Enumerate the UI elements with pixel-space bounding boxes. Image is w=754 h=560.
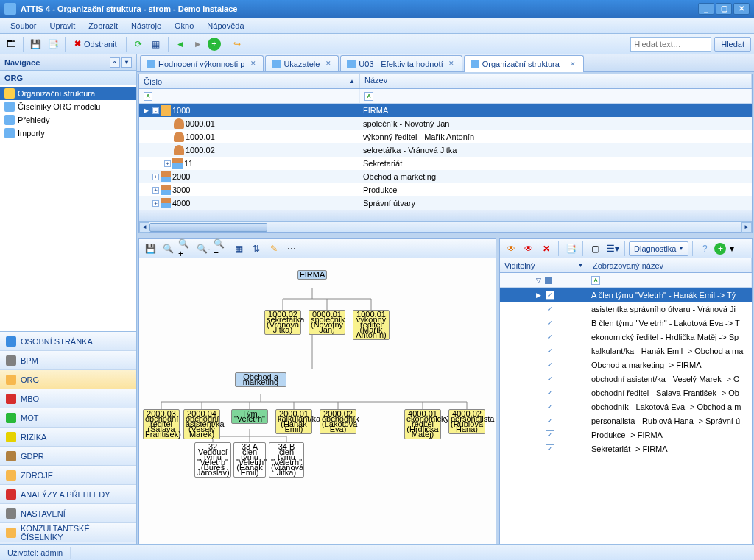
nav-collapse-button[interactable]: «: [110, 57, 120, 68]
maximize-button[interactable]: ▢: [716, 3, 732, 15]
nav-back-button[interactable]: ◄: [172, 36, 188, 52]
tab[interactable]: Hodnocení výkonnosti p✕: [140, 55, 264, 71]
grid-row[interactable]: +3000Produkce: [139, 183, 752, 196]
add-button[interactable]: +: [208, 38, 221, 51]
scroll-right-icon[interactable]: ►: [741, 222, 752, 233]
visible-checkbox[interactable]: ✓: [546, 347, 554, 355]
visible-checkbox[interactable]: ✓: [546, 319, 554, 327]
org-node[interactable]: 4000.02 personalista (Rublová Hana): [448, 409, 485, 434]
zoom-fit-icon[interactable]: 🔍: [160, 241, 176, 257]
delete-button[interactable]: ✖Odstranit: [69, 36, 122, 52]
column-header-name[interactable]: Název: [360, 74, 752, 88]
grid-row[interactable]: +2000Obchod a marketing: [139, 170, 752, 183]
props-row[interactable]: ✓personalista - Rublová Hana -> Správní …: [500, 414, 752, 428]
org-node[interactable]: 4000.01 ekonomický ředitel (Hrdlička Mat…: [404, 409, 441, 439]
zoom-out-icon[interactable]: 🔍-: [195, 241, 211, 257]
grid-hscroll[interactable]: ◄ ►: [139, 221, 752, 232]
delete-icon[interactable]: ✕: [538, 241, 554, 257]
org-node[interactable]: 0000.01 společník (Novotný Jan): [309, 310, 345, 335]
refresh-button[interactable]: ⟳: [130, 36, 147, 52]
grid-button[interactable]: ▦: [148, 36, 164, 52]
filter-icon[interactable]: A: [591, 276, 600, 285]
org-node[interactable]: 32 Vedoucí týmu "Veletrh" (Bureš Jarosla…: [194, 442, 231, 478]
expand-icon[interactable]: +: [152, 200, 159, 207]
nav-item[interactable]: Číselníky ORG modelu: [0, 100, 136, 113]
visible-checkbox[interactable]: ✓: [546, 305, 554, 313]
props-row[interactable]: ✓asistentka správního útvaru - Vránová J…: [500, 302, 752, 316]
visible-checkbox[interactable]: ✓: [546, 361, 554, 369]
tab[interactable]: U03 - Efektivita hodnotí✕: [340, 55, 462, 71]
org-node[interactable]: Obchod a marketing: [235, 372, 286, 387]
help-icon[interactable]: ?: [697, 241, 713, 257]
zoom-in-icon[interactable]: 🔍+: [177, 241, 194, 257]
filter-icon[interactable]: A: [144, 92, 152, 101]
tab[interactable]: Ukazatele✕: [265, 55, 339, 71]
tab-close-icon[interactable]: ✕: [569, 60, 577, 68]
filter-checkbox-icon[interactable]: [545, 277, 552, 284]
edit-icon[interactable]: ✎: [266, 241, 282, 257]
diagram-canvas[interactable]: FIRMA 1000.02 sekretářka (Vránová Jitka)…: [139, 258, 496, 546]
chevron-down-icon[interactable]: ▾: [727, 241, 736, 257]
accordion-item[interactable]: ZDROJE: [0, 466, 136, 485]
props-row[interactable]: ✓Produkce -> FIRMA: [500, 428, 752, 442]
expand-icon[interactable]: +: [152, 174, 159, 180]
eye-icon[interactable]: 👁: [503, 241, 519, 257]
add-icon[interactable]: +: [714, 243, 726, 255]
props-row[interactable]: ✓Sekretariát -> FIRMA: [500, 442, 752, 456]
tab[interactable]: Organizační struktura -✕: [464, 55, 584, 72]
new-button[interactable]: 🗔: [3, 36, 19, 52]
expand-icon[interactable]: +: [164, 160, 171, 167]
visible-checkbox[interactable]: ✓: [546, 444, 554, 453]
grid-row[interactable]: ▶-1000FIRMA: [139, 104, 752, 117]
diagram-save-icon[interactable]: 💾: [142, 241, 158, 257]
nav-fwd-button[interactable]: ►: [190, 36, 206, 52]
accordion-item[interactable]: KONZULTANTSKÉ ČÍSELNÍKY: [0, 523, 136, 542]
nav-menu-button[interactable]: ▾: [121, 57, 132, 68]
accordion-item[interactable]: ORG: [0, 370, 136, 389]
nav-item[interactable]: Importy: [0, 127, 136, 140]
layout-icon[interactable]: ▢: [587, 241, 603, 257]
grid-row[interactable]: 1000.02sekretářka - Vránová Jitka: [139, 143, 752, 157]
props-row[interactable]: ✓kalkulant/ka - Hanák Emil -> Obchod a m…: [500, 344, 752, 358]
org-node[interactable]: 2000.03 obchodní ředitel (Salava Františ…: [143, 409, 180, 439]
props-row[interactable]: ✓obchodní asistent/ka - Veselý Marek -> …: [500, 372, 752, 386]
tab-close-icon[interactable]: ✕: [324, 60, 332, 68]
menu-item[interactable]: Zobrazit: [82, 20, 124, 32]
accordion-item[interactable]: RIZIKA: [0, 428, 136, 447]
org-node[interactable]: 34 B člen týmu "Veletrh" (Vránová Jitka): [269, 442, 304, 478]
org-node[interactable]: Tým "Veletrh": [231, 409, 268, 424]
tab-close-icon[interactable]: ✕: [448, 60, 456, 68]
grid-row[interactable]: +11Sekretariát: [139, 157, 752, 170]
org-node[interactable]: 1000.01 výkonný ředitel (Mařík Antonín): [353, 310, 390, 340]
expand-icon[interactable]: +: [152, 187, 159, 194]
grid-row[interactable]: +4000Správní útvary: [139, 196, 752, 210]
props-row[interactable]: ✓B člen týmu "Veletrh" - Lakotová Eva ->…: [500, 316, 752, 330]
copy-button[interactable]: 📑: [45, 36, 61, 52]
visible-checkbox[interactable]: ✓: [546, 403, 554, 411]
org-node[interactable]: 33 A člen týmu "Veletrh" (Hanák Emil): [233, 442, 266, 478]
org-node[interactable]: 2000.02 obchodník (Lakotová Eva): [320, 409, 356, 434]
props-row[interactable]: ✓Obchod a marketing -> FIRMA: [500, 358, 752, 372]
visible-checkbox[interactable]: ✓: [546, 417, 554, 425]
visible-checkbox[interactable]: ✓: [546, 389, 554, 397]
props-row[interactable]: ▶✓A člen týmu "Veletrh" - Hanák Emil -> …: [500, 288, 752, 302]
accordion-item[interactable]: MOT: [0, 408, 136, 428]
nav-item[interactable]: Organizační struktura: [0, 87, 136, 100]
org-node[interactable]: FIRMA: [297, 270, 327, 280]
nav-item[interactable]: Přehledy: [0, 113, 136, 127]
menu-item[interactable]: Okno: [169, 20, 200, 32]
menu-item[interactable]: Nápověda: [201, 20, 250, 32]
props-row[interactable]: ✓obchodní ředitel - Salava František -> …: [500, 386, 752, 400]
grid-row[interactable]: 0000.01společník - Novotný Jan: [139, 117, 752, 130]
visible-checkbox[interactable]: ✓: [546, 375, 554, 383]
column-header-displayname[interactable]: Zobrazovaný název: [588, 258, 752, 272]
filter-icon[interactable]: A: [364, 92, 373, 101]
accordion-item[interactable]: GDPR: [0, 447, 136, 466]
menu-item[interactable]: Nástroje: [125, 20, 167, 32]
visible-checkbox[interactable]: ✓: [546, 333, 554, 341]
column-header-code[interactable]: Číslo ▲: [139, 74, 360, 88]
scroll-left-icon[interactable]: ◄: [139, 222, 149, 233]
props-row[interactable]: ✓ekonomický ředitel - Hrdlička Matěj -> …: [500, 330, 752, 344]
accordion-item[interactable]: MBO: [0, 389, 136, 408]
save-button[interactable]: 💾: [27, 36, 43, 52]
